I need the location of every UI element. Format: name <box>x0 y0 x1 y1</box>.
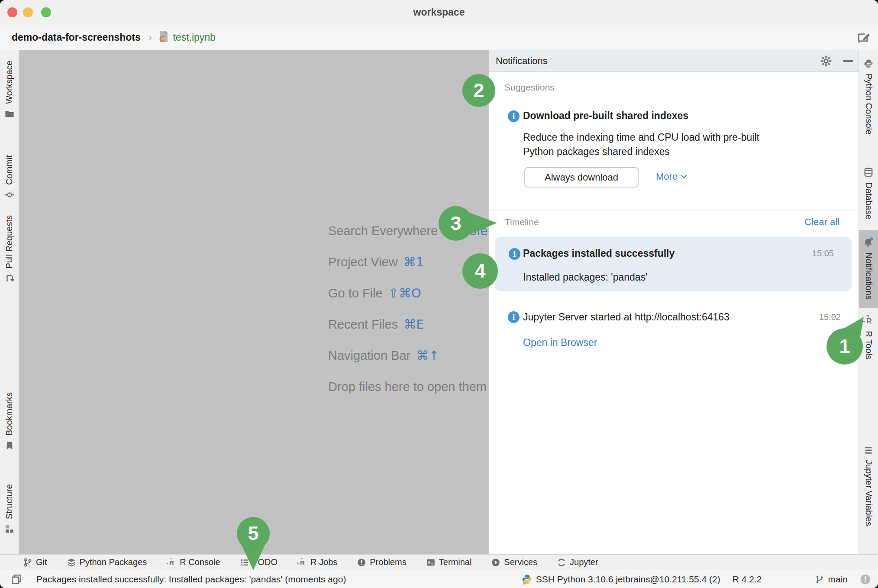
list-lines-icon <box>864 446 873 455</box>
structure-icon <box>5 524 14 533</box>
python-console-tab-label: Python Console <box>864 74 874 135</box>
pull-request-icon <box>5 274 14 283</box>
clear-all-link[interactable]: Clear all <box>804 216 839 228</box>
python-logo-icon: v <box>522 574 532 585</box>
always-download-button[interactable]: Always download <box>524 167 639 187</box>
info-icon: i <box>509 248 520 260</box>
branch-name: main <box>828 574 848 585</box>
sidebar-item-database[interactable]: Database <box>859 168 878 220</box>
toolwindow-r-console[interactable]: R R Console <box>167 557 220 567</box>
notification-body: Installed packages: 'pandas' <box>523 271 648 283</box>
notifications-panel-header: Notifications <box>489 50 859 72</box>
open-in-browser-link[interactable]: Open in Browser <box>523 337 597 349</box>
sidebar-item-structure[interactable]: Structure <box>0 484 19 533</box>
status-message[interactable]: Packages installed successfully: Install… <box>36 574 346 585</box>
hint-recent-files: Recent Files⌘E <box>328 309 488 340</box>
python-icon <box>864 59 873 68</box>
jupyter-notebook-file-icon <box>158 30 169 44</box>
toolwindow-python-packages[interactable]: Python Packages <box>67 557 147 567</box>
sidebar-item-commit[interactable]: Commit <box>0 155 19 200</box>
breadcrumb-chevron-icon: › <box>148 31 152 44</box>
bell-icon <box>863 237 874 247</box>
structure-tab-label: Structure <box>4 484 14 519</box>
window-title: workspace <box>0 0 878 25</box>
commit-tab-label: Commit <box>4 155 14 185</box>
play-circle-icon <box>491 558 500 567</box>
section-divider <box>489 210 859 210</box>
error-circle-icon <box>357 558 366 567</box>
sidebar-item-jupyter-variables[interactable]: Jupyter Variables <box>859 446 878 526</box>
toolwindow-git[interactable]: Git <box>23 557 47 567</box>
chevron-down-icon <box>681 174 687 179</box>
pull-requests-tab-label: Pull Requests <box>4 215 14 268</box>
suggestions-section-label: Suggestions <box>504 82 555 93</box>
folder-icon <box>5 109 14 119</box>
notifications-panel-title: Notifications <box>496 50 548 72</box>
svg-text:R: R <box>169 559 174 566</box>
hint-navigation-bar: Navigation Bar⌘↑ <box>328 340 488 371</box>
sidebar-item-notifications[interactable]: Notifications <box>859 230 878 308</box>
toolwindow-problems[interactable]: Problems <box>357 557 406 567</box>
breadcrumb: demo-data-for-screenshots › test.ipynb <box>0 25 878 50</box>
toolwindow-services[interactable]: Services <box>491 557 537 567</box>
shortcut-hints: Search EverywhereDouble ⇧ Project View⌘1… <box>328 215 488 402</box>
notifications-tab-label: Notifications <box>864 252 874 300</box>
git-branch-widget[interactable]: main <box>815 574 848 585</box>
sidebar-item-workspace[interactable]: Workspace <box>0 61 19 119</box>
r-logo-icon: R <box>297 558 307 567</box>
annotation-marker-2: 2 <box>462 74 495 107</box>
svg-text:v: v <box>523 580 526 585</box>
status-bar: Packages installed successfully: Install… <box>0 570 878 588</box>
database-icon <box>864 168 873 177</box>
workspace-tab-label: Workspace <box>4 61 14 104</box>
sidebar-item-python-console[interactable]: Python Console <box>859 59 878 135</box>
timeline-section-label: Timeline <box>505 217 539 227</box>
warning-circle-icon[interactable] <box>860 574 871 585</box>
layers-icon <box>67 558 76 567</box>
toolwindow-terminal[interactable]: Terminal <box>426 557 472 567</box>
r-interpreter-widget[interactable]: R 4.2.2 <box>733 574 762 585</box>
bookmarks-tab-label: Bookmarks <box>4 392 14 436</box>
svg-text:R: R <box>300 559 305 566</box>
bottom-toolbar: Git Python Packages R R Console TODO R R… <box>0 554 878 570</box>
commit-icon <box>5 190 14 200</box>
database-tab-label: Database <box>864 182 874 220</box>
interpreter-label: SSH Python 3.10.6 jetbrains@10.211.55.4 … <box>536 574 720 585</box>
info-icon: i <box>508 311 520 323</box>
toolwindow-jupyter[interactable]: Jupyter <box>557 557 598 567</box>
notifications-panel: Notifications Suggestions i Download pre… <box>488 50 859 554</box>
bookmark-icon <box>5 441 14 450</box>
suggestion-title: Download pre-built shared indexes <box>523 110 688 122</box>
sidebar-item-bookmarks[interactable]: Bookmarks <box>0 392 19 450</box>
annotation-marker-5: 5 <box>236 516 271 572</box>
hint-drop-files: Drop files here to open them <box>328 371 488 402</box>
notification-item-packages-installed[interactable]: i Packages installed successfully 15:05 … <box>495 237 852 291</box>
jupyter-circle-icon <box>557 558 566 567</box>
breadcrumb-filename: test.ipynb <box>173 32 215 43</box>
breadcrumb-file[interactable]: test.ipynb <box>158 30 215 44</box>
sidebar-item-pull-requests[interactable]: Pull Requests <box>0 215 19 283</box>
r-logo-icon: R <box>167 558 176 567</box>
notification-time: 15:05 <box>812 249 834 258</box>
gear-icon[interactable] <box>820 55 832 67</box>
git-branch-icon <box>815 575 824 584</box>
titlebar: workspace <box>0 0 878 25</box>
annotation-marker-4: 4 <box>462 253 498 289</box>
terminal-icon <box>426 558 435 567</box>
edit-source-icon[interactable] <box>857 31 870 44</box>
toolwindow-r-jobs[interactable]: R R Jobs <box>297 557 337 567</box>
editor-empty-state: Search EverywhereDouble ⇧ Project View⌘1… <box>19 50 488 554</box>
tool-windows-icon[interactable] <box>11 574 22 585</box>
more-dropdown[interactable]: More <box>656 171 687 182</box>
notification-item-jupyter-server[interactable]: Jupyter Server started at http://localho… <box>523 311 730 323</box>
git-branch-icon <box>23 558 32 567</box>
suggestion-body: Reduce the indexing time and CPU load wi… <box>523 130 759 159</box>
more-label: More <box>656 171 678 182</box>
left-tool-strip: Workspace Commit Pull Requests Bookmarks… <box>0 50 19 554</box>
notification-title: Packages installed successfully <box>523 248 675 259</box>
python-interpreter-widget[interactable]: v SSH Python 3.10.6 jetbrains@10.211.55.… <box>522 574 720 585</box>
breadcrumb-project[interactable]: demo-data-for-screenshots <box>12 32 141 43</box>
hide-panel-icon[interactable] <box>843 60 853 62</box>
main-area: Workspace Commit Pull Requests Bookmarks… <box>0 50 878 554</box>
jupyter-variables-tab-label: Jupyter Variables <box>864 460 874 526</box>
